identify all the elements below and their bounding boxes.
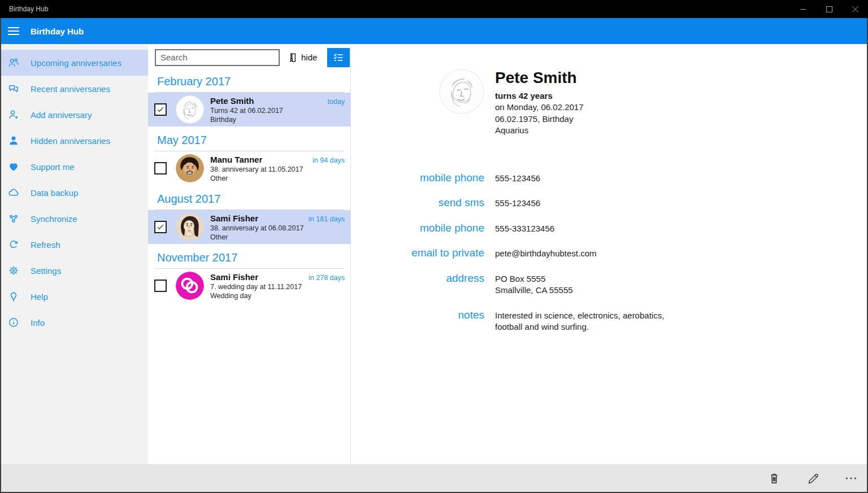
refresh-icon <box>7 238 20 251</box>
sidebar: Upcoming anniversaries Recent anniversar… <box>0 44 148 464</box>
appbar: Birthday Hub <box>0 18 868 44</box>
wedding-rings-icon <box>176 272 204 300</box>
row-due-badge: in 94 days <box>313 156 345 164</box>
detail-fields: mobile phone 555-123456 send sms 555-123… <box>351 172 868 333</box>
close-icon <box>852 6 858 12</box>
group-header: November 2017 <box>157 251 341 264</box>
commandbar <box>0 464 868 492</box>
email-action[interactable]: email to private <box>351 247 484 260</box>
hamburger-menu-icon <box>7 27 20 36</box>
sidebar-item-label: Add anniversary <box>31 110 92 120</box>
list-item-pete-smith[interactable]: Pete Smith Turns 42 at 06.02.2017 Birthd… <box>148 93 350 126</box>
sidebar-item-hidden-anniversaries[interactable]: Hidden anniversaries <box>0 128 148 154</box>
edit-button[interactable] <box>799 465 826 492</box>
detail-pane: Pete Smith turns 42 years on Monday, 06.… <box>351 44 868 464</box>
field-send-sms: send sms 555-123456 <box>351 197 868 210</box>
sidebar-item-label: Settings <box>31 266 61 276</box>
avatar-pete-sketch <box>176 95 204 124</box>
row-checkbox[interactable] <box>154 103 167 116</box>
app-title: Birthday Hub <box>31 27 84 36</box>
row-detail: 7. wedding day at 11.11.2017 <box>210 282 302 291</box>
row-category: Birthday <box>210 115 283 124</box>
field-mobile-phone-2: mobile phone 555-333123456 <box>351 222 868 235</box>
person-add-icon <box>7 108 20 121</box>
mobile-phone-action[interactable]: mobile phone <box>351 172 484 185</box>
birthday-hub-window: Birthday Hub Birthday Hub Upcoming anniv… <box>0 0 868 493</box>
hide-button-label: hide <box>301 53 317 62</box>
sidebar-item-support-me[interactable]: Support me <box>0 154 148 180</box>
more-button[interactable] <box>837 465 865 492</box>
gear-icon <box>7 264 20 277</box>
group-header: February 2017 <box>157 75 341 88</box>
row-detail: 38. anniversary at 11.05.2017 <box>210 165 303 174</box>
check-icon <box>157 106 164 114</box>
detail-header-text: Pete Smith turns 42 years on Monday, 06.… <box>495 69 584 137</box>
sidebar-item-synchronize[interactable]: Synchronize <box>0 206 148 232</box>
sidebar-item-settings[interactable]: Settings <box>0 258 148 283</box>
field-value: pete@birthdayhubtest.com <box>495 247 597 260</box>
hide-button[interactable]: hide <box>287 51 317 64</box>
sidebar-item-label: Recent anniversaries <box>31 84 110 94</box>
group-header: August 2017 <box>157 193 341 206</box>
mobile-phone-action[interactable]: mobile phone <box>351 222 484 235</box>
field-mobile-phone-1: mobile phone 555-123456 <box>351 172 868 185</box>
sidebar-item-label: Info <box>31 318 45 328</box>
sidebar-item-info[interactable]: Info <box>0 309 148 335</box>
info-icon <box>7 316 20 329</box>
list-item-sami-fisher-anniversary[interactable]: Sami Fisher 38. anniversary at 06.08.201… <box>148 210 350 244</box>
titlebar: Birthday Hub <box>0 0 868 18</box>
field-address: address PO Box 5555 Smallville, CA 55555 <box>351 272 868 296</box>
row-name: Sami Fisher <box>210 272 302 282</box>
sidebar-item-label: Help <box>31 292 48 302</box>
list-item-manu-tanner[interactable]: Manu Tanner 38. anniversary at 11.05.201… <box>148 151 350 185</box>
close-button[interactable] <box>842 0 868 18</box>
sidebar-item-label: Synchronize <box>31 214 77 224</box>
hamburger-button[interactable] <box>0 18 27 44</box>
row-category: Wedding day <box>210 291 302 300</box>
row-checkbox[interactable] <box>154 221 167 233</box>
group-header: May 2017 <box>157 134 341 147</box>
row-name: Pete Smith <box>210 95 283 106</box>
address-action[interactable]: address <box>351 272 484 296</box>
multiselect-button[interactable] <box>327 48 350 67</box>
anniversary-group: May 2017 Manu Tanner 38. anniversary at … <box>148 126 350 185</box>
search-input[interactable] <box>155 49 280 66</box>
sidebar-item-label: Hidden anniversaries <box>31 136 110 146</box>
row-name: Manu Tanner <box>210 154 303 165</box>
sidebar-item-add-anniversary[interactable]: Add anniversary <box>0 102 148 128</box>
delete-button[interactable] <box>761 465 788 492</box>
row-detail: Turns 42 at 06.02.2017 <box>210 106 283 115</box>
anniversary-list-pane: hide February 2017 Pete Smith Turns 42 a… <box>148 44 351 464</box>
hide-icon <box>287 51 299 64</box>
sidebar-item-recent-anniversaries[interactable]: Recent anniversaries <box>0 76 148 102</box>
sidebar-item-data-backup[interactable]: Data backup <box>0 180 148 206</box>
row-name: Sami Fisher <box>210 213 303 224</box>
anniversary-group: February 2017 Pete Smith Turns 42 at 06.… <box>148 68 350 126</box>
list-item-sami-fisher-wedding[interactable]: Sami Fisher 7. wedding day at 11.11.2017… <box>148 269 350 303</box>
main-area: Upcoming anniversaries Recent anniversar… <box>0 44 868 464</box>
contact-photo <box>439 69 484 114</box>
sidebar-item-refresh[interactable]: Refresh <box>0 232 148 258</box>
maximize-button[interactable] <box>816 0 842 18</box>
minimize-icon <box>800 6 806 12</box>
row-checkbox[interactable] <box>154 162 167 174</box>
notes-label[interactable]: notes <box>351 309 484 333</box>
field-notes: notes Interested in science, electronics… <box>351 309 868 333</box>
row-category: Other <box>210 233 303 242</box>
send-sms-action[interactable]: send sms <box>351 197 484 210</box>
address-line: PO Box 5555 <box>495 273 573 285</box>
sidebar-item-upcoming-anniversaries[interactable]: Upcoming anniversaries <box>0 50 148 76</box>
sidebar-item-help[interactable]: Help <box>0 283 148 309</box>
lightbulb-icon <box>7 290 20 303</box>
chat-icon <box>7 82 20 95</box>
person-birth-line: 06.02.1975, Birthday <box>495 114 584 125</box>
row-checkbox[interactable] <box>154 280 167 292</box>
sidebar-item-label: Data backup <box>31 188 78 198</box>
field-value: 555-123456 <box>495 172 540 185</box>
address-line: Smallville, CA 55555 <box>495 285 573 296</box>
field-value: 555-333123456 <box>495 222 554 235</box>
minimize-button[interactable] <box>790 0 816 18</box>
more-icon <box>844 471 858 486</box>
anniversary-group: August 2017 Sami Fisher 38. anniversary … <box>148 185 350 244</box>
field-value: Interested in science, electronics, aero… <box>495 309 664 333</box>
